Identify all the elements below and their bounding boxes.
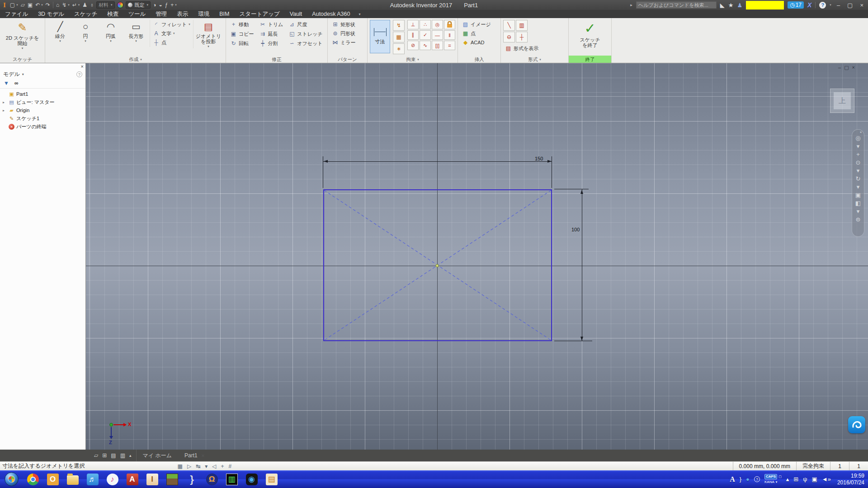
text-button[interactable]: A 文字 ▾ — [151, 29, 192, 38]
point-button[interactable]: ┼ 点 — [151, 38, 192, 47]
tree-item[interactable]: ▸ ▰ Origin — [0, 106, 85, 114]
project-geometry-button[interactable]: ▤ ジオメトリ を投影 ▾ — [193, 20, 223, 48]
mirror-button[interactable]: ⋈ ミラー — [330, 38, 358, 47]
import-points-button[interactable]: ▦ 点 — [460, 29, 493, 38]
start-2d-sketch-button[interactable]: ✎ 2D スケッチを 開始 ▾ — [3, 20, 42, 50]
tree-item[interactable]: ▣ Part1 — [0, 90, 85, 98]
fillet-button[interactable]: ◜ フィレット ▾ — [151, 20, 192, 29]
caps-indicator[interactable]: CAPS — [764, 474, 777, 479]
chevron-down-icon[interactable]: ▾ — [208, 45, 209, 48]
height-dimension-line[interactable] — [582, 189, 582, 341]
satellite-icon[interactable]: ◣ — [720, 2, 725, 9]
chevron-down-icon[interactable]: ▾ — [776, 480, 778, 484]
line-button[interactable]: ╱ 線分 ▾ — [47, 20, 73, 43]
panel-label-format[interactable]: 形式▾ — [501, 56, 568, 63]
web-icon[interactable]: ♁ — [90, 1, 94, 9]
panel-label-create[interactable]: 作成▾ — [45, 56, 226, 63]
tangent-constraint-icon[interactable]: ⊘ — [407, 41, 419, 50]
help-button[interactable]: ? — [819, 2, 826, 9]
coincident-constraint-icon[interactable]: ∴ — [420, 20, 431, 29]
ribbon-tab[interactable]: 表示 — [172, 10, 193, 18]
favorites-star-icon[interactable]: ★ — [728, 2, 734, 9]
grid-snap-icon[interactable]: ▦ — [178, 463, 183, 469]
chevron-down-icon[interactable]: ▾ — [189, 23, 190, 26]
document-tab[interactable]: マイ ホーム — [137, 450, 178, 461]
tray-tools-icon[interactable]: } — [740, 476, 741, 483]
taskbar-app-button[interactable]: ◉ — [242, 472, 261, 487]
parameters-icon[interactable]: ƒ — [165, 1, 168, 9]
volume-icon[interactable]: ◄» — [822, 476, 831, 483]
help-dropdown-icon[interactable]: ▾ — [830, 3, 831, 7]
appearance-icon[interactable]: ◧ — [855, 200, 861, 206]
vertical-constraint-icon[interactable]: ‖ — [444, 30, 455, 40]
acad-button[interactable]: ◆ ACAD — [460, 38, 493, 47]
adjust-appearance-icon[interactable]: ◑ — [153, 1, 156, 9]
sync-sphere-icon[interactable]: ● — [746, 476, 750, 483]
taskbar-app-button[interactable]: } — [183, 472, 201, 487]
show-format-button[interactable]: ▤ 形式を表示 — [503, 44, 540, 53]
measure-icon[interactable]: + — [170, 1, 174, 9]
orbit-dropdown-icon[interactable]: ▾ — [857, 184, 860, 190]
taskbar-app-button[interactable] — [24, 472, 42, 487]
taskbar-app-button[interactable]: ▤ — [262, 472, 281, 487]
new-file-dropdown-icon[interactable]: ▾ — [16, 1, 18, 9]
inventor-logo[interactable]: I — [2, 1, 7, 9]
session-timer-badge[interactable]: ◷ 17 — [788, 1, 804, 9]
fix-icon[interactable] — [444, 20, 455, 29]
cascade-windows-icon[interactable]: ▱ — [94, 452, 98, 459]
chevron-down-icon[interactable]: ▾ — [110, 39, 112, 43]
tree-item[interactable]: ▸ ▤ ビュー: マスター — [0, 98, 85, 106]
width-dimension-line[interactable] — [323, 161, 552, 162]
driven-dimension-toggle[interactable]: ▥ — [516, 20, 528, 31]
undo-icon[interactable]: ↶ — [35, 1, 40, 9]
redo-icon[interactable]: ↷ — [46, 1, 50, 9]
ribbon-tab[interactable]: ツール — [123, 10, 151, 18]
ribbon-tab[interactable]: 管理 — [151, 10, 172, 18]
navbar-close-icon[interactable]: × — [860, 131, 862, 134]
expand-arrow-icon[interactable]: ▸ — [3, 100, 7, 104]
taskbar-clock[interactable]: 19:59 2016/07/24 — [837, 473, 864, 486]
chevron-down-icon[interactable]: ▾ — [22, 47, 24, 50]
ribbon-display-options-icon[interactable]: ▾ — [355, 10, 364, 18]
search-binoculars-icon[interactable]: ∞ — [14, 80, 19, 86]
zoom-dropdown-icon[interactable]: ▾ — [857, 168, 860, 174]
finish-sketch-button[interactable]: ✓ スケッチ を終了 — [572, 20, 608, 48]
restore-button[interactable]: ▢ — [845, 2, 854, 9]
wheel-dropdown-icon[interactable]: ▾ — [857, 143, 860, 150]
usb-device-icon[interactable]: ψ — [803, 476, 807, 483]
home-icon[interactable]: ⌂ — [56, 1, 59, 9]
windows-flag-icon[interactable]: ⊞ — [793, 476, 798, 483]
doc-minimize-button[interactable]: – — [838, 65, 841, 70]
search-expand-icon[interactable]: ▸ — [630, 3, 632, 7]
ribbon-tab[interactable]: スケッチ — [69, 10, 102, 18]
tile-windows-icon[interactable]: ⊞ — [102, 452, 107, 459]
chevron-down-icon[interactable]: ▾ — [85, 39, 86, 43]
navigation-wheel-icon[interactable]: ◎ — [855, 135, 860, 141]
snap-points-icon[interactable]: # — [228, 463, 231, 469]
rectangular-pattern-button[interactable]: ⊞ 矩形状 — [330, 20, 358, 29]
ribbon-tab[interactable]: 環境 — [193, 10, 214, 18]
height-dimension-value[interactable]: 100 — [571, 227, 580, 232]
tile-horizontal-icon[interactable]: ▤ — [111, 452, 116, 459]
smooth-constraint-icon[interactable]: ∿ — [420, 41, 431, 50]
taskbar-app-button[interactable]: ♪ — [103, 472, 122, 487]
document-tab[interactable]: Part1 × — [178, 450, 211, 461]
start-button[interactable] — [1, 471, 22, 488]
view-cube-top-face[interactable]: 上 — [834, 92, 851, 109]
save-icon[interactable]: ▣ — [28, 1, 33, 9]
restore-mini-icon[interactable]: ▢ — [778, 474, 782, 479]
panel-label-constrain[interactable]: 拘束▾ — [368, 56, 458, 63]
clear-appearance-icon[interactable]: ◒ — [159, 1, 162, 9]
minimize-button[interactable]: – — [835, 2, 842, 9]
view-orientation-icon[interactable]: ◁ — [212, 463, 216, 469]
taskbar-app-button[interactable]: O — [43, 472, 62, 487]
profile-icon[interactable]: ♟ — [737, 2, 743, 9]
help2-icon[interactable]: ? — [754, 476, 760, 482]
show-constraints-icon[interactable]: ▦ — [393, 32, 405, 42]
circular-pattern-button[interactable]: ⊚ 円形状 — [330, 29, 358, 38]
qat-customize-dropdown-icon[interactable]: ▾ — [175, 1, 177, 9]
taskbar-app-button[interactable]: Ω — [203, 472, 221, 487]
tab-close-icon[interactable]: × — [202, 453, 204, 458]
dimension-button[interactable]: 寸法 — [370, 20, 390, 53]
browser-title-dropdown-icon[interactable]: ▾ — [22, 72, 24, 76]
